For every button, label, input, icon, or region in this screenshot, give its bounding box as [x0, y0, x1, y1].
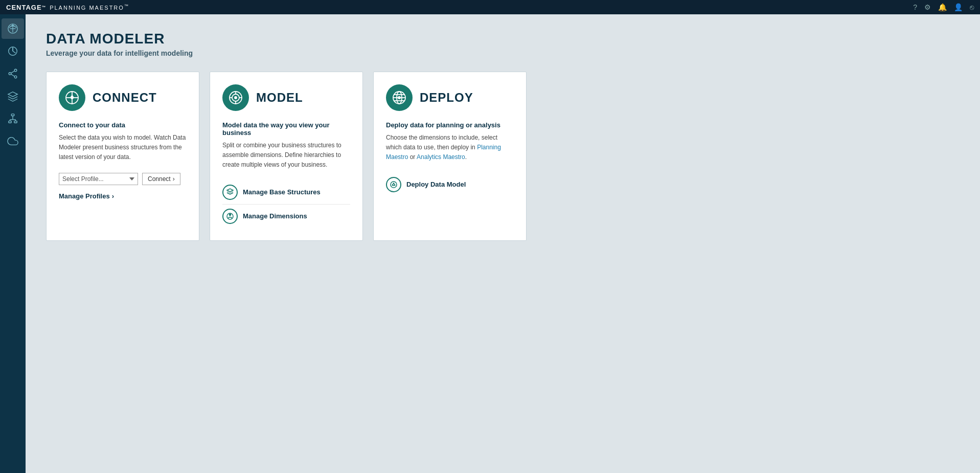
main-content: DATA MODELER Leverage your data for inte… [26, 14, 980, 473]
svg-point-34 [398, 97, 400, 99]
manage-profiles-arrow: › [112, 192, 114, 200]
svg-point-6 [14, 76, 17, 78]
manage-profiles-label: Manage Profiles [59, 192, 110, 200]
svg-rect-10 [9, 121, 12, 123]
deploy-card: DEPLOY Deploy data for planning or analy… [373, 72, 527, 241]
base-structures-label: Manage Base Structures [243, 188, 321, 196]
deploy-card-header: DEPLOY [386, 84, 514, 111]
logout-icon[interactable]: ⎋ [970, 3, 974, 11]
svg-point-22 [235, 97, 237, 99]
svg-point-5 [9, 73, 11, 75]
brand-name: centage [6, 4, 42, 11]
base-structures-icon [222, 185, 238, 200]
top-nav-actions: ? ⚙ 🔔 👤 ⎋ [913, 3, 974, 11]
manage-profiles-link[interactable]: Manage Profiles › [59, 192, 187, 200]
brand-tm: ™ [42, 5, 47, 10]
brand-logo: centage™ PLANNING MAESTRO™ [6, 4, 129, 11]
manage-dimensions-link[interactable]: Manage Dimensions [222, 204, 350, 228]
sidebar-item-home[interactable] [2, 18, 24, 39]
deploy-data-model-link[interactable]: Deploy Data Model [386, 173, 514, 196]
sidebar-item-layers[interactable] [2, 86, 24, 106]
model-card-header: MODEL [222, 84, 350, 111]
cards-row: CONNECT Connect to your data Select the … [46, 72, 960, 241]
page-subtitle: Leverage your data for intelligent model… [46, 49, 960, 57]
deploy-model-icon [386, 177, 401, 192]
sidebar [0, 14, 26, 473]
dimensions-label: Manage Dimensions [243, 212, 307, 220]
svg-point-19 [71, 97, 73, 99]
deploy-icon-circle [386, 84, 413, 111]
svg-line-7 [11, 71, 15, 73]
help-icon[interactable]: ? [913, 3, 917, 11]
model-description: Split or combine your business structure… [222, 141, 350, 170]
sidebar-item-share[interactable] [2, 63, 24, 84]
profile-select[interactable]: Select Profile... [59, 173, 138, 185]
connect-card: CONNECT Connect to your data Select the … [46, 72, 199, 241]
svg-rect-9 [11, 114, 14, 116]
manage-base-structures-link[interactable]: Manage Base Structures [222, 181, 350, 204]
connect-section-title: Connect to your data [59, 121, 187, 129]
top-nav: centage™ PLANNING MAESTRO™ ? ⚙ 🔔 👤 ⎋ [0, 0, 980, 14]
model-card-title: MODEL [256, 91, 303, 105]
connect-button[interactable]: Connect › [142, 173, 180, 185]
connect-card-title: CONNECT [93, 91, 157, 105]
svg-rect-11 [14, 121, 17, 123]
deploy-card-title: DEPLOY [420, 91, 473, 105]
svg-point-28 [230, 214, 231, 215]
sidebar-item-dashboard[interactable] [2, 41, 24, 61]
notifications-icon[interactable]: 🔔 [938, 3, 947, 11]
connect-card-header: CONNECT [59, 84, 187, 111]
sidebar-item-hierarchy[interactable] [2, 108, 24, 129]
model-icon-circle [222, 84, 249, 111]
analytics-maestro-link[interactable]: Analytics Maestro [417, 153, 465, 161]
model-section-title: Model data the way you view your busines… [222, 121, 350, 137]
svg-line-8 [11, 74, 15, 76]
deploy-section-title: Deploy data for planning or analysis [386, 121, 514, 129]
dimensions-icon [222, 209, 238, 224]
connect-controls: Select Profile... Connect › [59, 173, 187, 185]
settings-icon[interactable]: ⚙ [924, 3, 931, 11]
deploy-data-model-label: Deploy Data Model [406, 181, 466, 188]
model-card: MODEL Model data the way you view your b… [210, 72, 363, 241]
svg-point-4 [14, 69, 17, 72]
page-title: DATA MODELER [46, 31, 960, 47]
connect-description: Select the data you wish to model. Watch… [59, 133, 187, 163]
sidebar-item-cloud[interactable] [2, 131, 24, 151]
user-icon[interactable]: 👤 [954, 3, 963, 11]
connect-icon-circle [59, 84, 85, 111]
deploy-description: Choose the dimensions to include, select… [386, 133, 514, 163]
product-name: PLANNING MAESTRO™ [47, 4, 129, 11]
